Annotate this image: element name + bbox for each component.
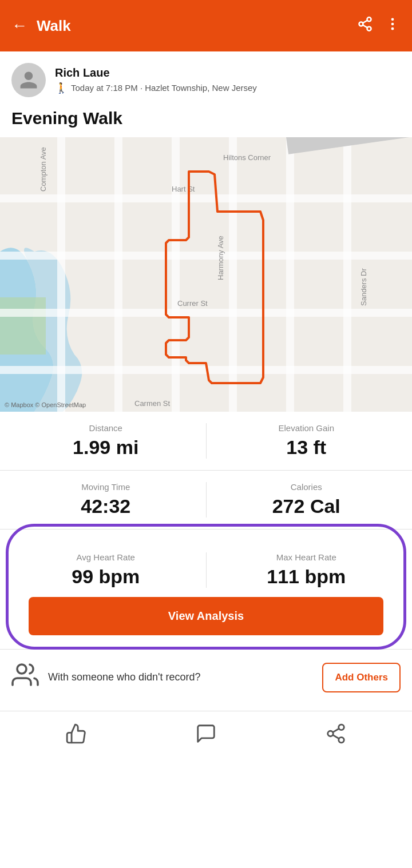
distance-label: Distance (17, 423, 195, 433)
header-title: Walk (37, 17, 357, 35)
comment-icon[interactable] (195, 723, 217, 749)
user-section: Rich Laue 🚶 Today at 7:18 PM · Hazlet To… (0, 51, 412, 103)
svg-point-28 (17, 664, 26, 674)
svg-rect-17 (229, 137, 237, 412)
svg-rect-15 (114, 137, 122, 412)
distance-elevation-row: Distance 1.99 mi Elevation Gain 13 ft (0, 412, 412, 471)
svg-text:Harmony Ave: Harmony Ave (216, 236, 225, 280)
view-analysis-button[interactable]: View Analysis (29, 597, 383, 635)
like-icon[interactable] (65, 723, 87, 749)
svg-line-32 (332, 735, 339, 738)
time-calories-row: Moving Time 42:32 Calories 272 Cal (0, 471, 412, 529)
share-bottom-icon[interactable] (325, 723, 347, 749)
user-meta: 🚶 Today at 7:18 PM · Hazlet Township, Ne… (55, 82, 257, 94)
calories-value: 272 Cal (218, 495, 395, 517)
svg-text:Currer St: Currer St (177, 299, 208, 308)
header: ← Walk (0, 0, 412, 51)
svg-rect-9 (0, 297, 46, 355)
elevation-label: Elevation Gain (218, 423, 395, 433)
max-hr-stat: Max Heart Rate 111 bpm (218, 552, 395, 588)
max-hr-value: 111 bpm (218, 566, 395, 588)
header-icons (357, 16, 401, 35)
map-container: Compton Ave Currer St Harmony Ave Sander… (0, 137, 412, 412)
svg-text:Hiltons Corner: Hiltons Corner (223, 153, 271, 162)
max-hr-label: Max Heart Rate (218, 552, 395, 562)
back-button[interactable]: ← (11, 17, 27, 35)
svg-rect-14 (57, 137, 65, 412)
svg-text:Compton Ave: Compton Ave (39, 147, 47, 192)
svg-text:Hart St: Hart St (172, 185, 195, 193)
map-credit: © Mapbox © OpenStreetMap (5, 401, 86, 408)
svg-rect-19 (343, 137, 351, 412)
add-others-button[interactable]: Add Others (322, 663, 401, 692)
avg-hr-label: Avg Heart Rate (17, 552, 195, 562)
stat-divider-1 (206, 423, 207, 459)
moving-time-label: Moving Time (17, 482, 195, 492)
moving-time-stat: Moving Time 42:32 (17, 482, 195, 517)
add-others-section: With someone who didn't record? Add Othe… (0, 649, 412, 705)
svg-line-4 (363, 21, 367, 23)
svg-point-5 (391, 18, 394, 21)
elevation-stat: Elevation Gain 13 ft (218, 423, 395, 459)
heart-rate-section: Avg Heart Rate 99 bpm Max Heart Rate 111… (0, 529, 412, 635)
svg-line-33 (332, 728, 339, 732)
svg-text:Sanders Dr: Sanders Dr (359, 268, 368, 306)
svg-point-6 (391, 23, 394, 26)
stat-divider-2 (206, 482, 207, 517)
more-icon[interactable] (385, 16, 401, 35)
user-info: Rich Laue 🚶 Today at 7:18 PM · Hazlet To… (55, 66, 257, 94)
avg-hr-value: 99 bpm (17, 566, 195, 588)
svg-point-7 (391, 27, 394, 30)
calories-stat: Calories 272 Cal (218, 482, 395, 517)
avatar (11, 63, 46, 97)
svg-rect-18 (286, 137, 294, 412)
add-others-text: With someone who didn't record? (48, 670, 313, 684)
activity-type-icon: 🚶 (55, 82, 68, 94)
distance-stat: Distance 1.99 mi (17, 423, 195, 459)
stat-divider-3 (206, 552, 207, 588)
elevation-value: 13 ft (218, 436, 395, 459)
svg-text:Carmen St: Carmen St (134, 399, 171, 408)
calories-label: Calories (218, 482, 395, 492)
share-icon[interactable] (357, 16, 373, 35)
distance-value: 1.99 mi (17, 436, 195, 459)
user-meta-text: Today at 7:18 PM · Hazlet Township, New … (71, 83, 257, 93)
avg-hr-stat: Avg Heart Rate 99 bpm (17, 552, 195, 588)
people-icon (11, 661, 39, 694)
activity-title: Evening Walk (0, 103, 412, 137)
stats-section: Distance 1.99 mi Elevation Gain 13 ft Mo… (0, 412, 412, 635)
moving-time-value: 42:32 (17, 495, 195, 517)
svg-line-3 (363, 25, 367, 28)
heart-rate-row: Avg Heart Rate 99 bpm Max Heart Rate 111… (17, 541, 395, 588)
bottom-nav (0, 711, 412, 761)
user-name: Rich Laue (55, 66, 257, 79)
svg-rect-16 (172, 137, 180, 412)
